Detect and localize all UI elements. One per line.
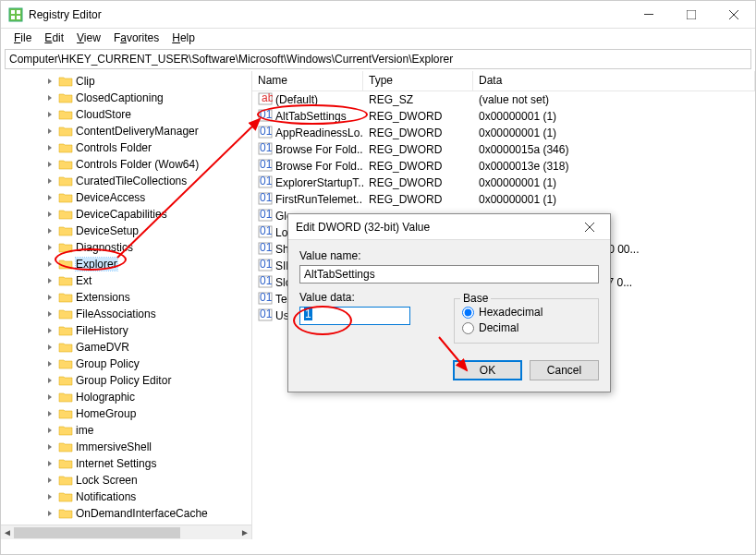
tree-label: Lock Screen: [76, 474, 138, 487]
expand-icon[interactable]: [45, 259, 56, 270]
radio-hexadecimal[interactable]: Hexadecimal: [462, 306, 591, 319]
value-icon: 011: [258, 224, 275, 242]
expand-icon[interactable]: [45, 192, 56, 203]
tree-item[interactable]: FileHistory: [1, 322, 251, 339]
tree-item[interactable]: FileAssociations: [1, 306, 251, 322]
horizontal-scrollbar[interactable]: ◄ ►: [1, 525, 251, 539]
column-data[interactable]: Data: [473, 71, 755, 90]
scroll-left-arrow[interactable]: ◄: [1, 526, 14, 539]
expand-icon[interactable]: [45, 126, 56, 137]
expand-icon[interactable]: [45, 159, 56, 170]
cancel-button[interactable]: Cancel: [530, 360, 599, 380]
expand-icon[interactable]: [45, 375, 56, 386]
tree-item[interactable]: HomeGroup: [1, 405, 251, 422]
tree-item[interactable]: OnDemandInterfaceCache: [1, 505, 251, 522]
dialog-close-button[interactable]: [577, 214, 603, 240]
value-data-input[interactable]: 1: [299, 307, 410, 325]
value-name: Browse For Fold...: [275, 160, 363, 173]
menu-favorites[interactable]: Favorites: [108, 30, 165, 46]
tree-item[interactable]: DeviceAccess: [1, 189, 251, 206]
tree-item[interactable]: CloudStore: [1, 106, 251, 123]
expand-icon[interactable]: [45, 76, 56, 87]
tree-item[interactable]: Notifications: [1, 489, 251, 505]
tree-item[interactable]: GameDVR: [1, 339, 251, 356]
tree-item[interactable]: DeviceCapabilities: [1, 206, 251, 223]
tree-item[interactable]: Controls Folder (Wow64): [1, 156, 251, 173]
menu-file[interactable]: File: [8, 30, 37, 46]
column-type[interactable]: Type: [363, 71, 473, 90]
expand-icon[interactable]: [45, 425, 56, 436]
tree-label: HomeGroup: [76, 407, 136, 420]
tree-item[interactable]: ime: [1, 422, 251, 439]
expand-icon[interactable]: [45, 275, 56, 286]
expand-icon[interactable]: [45, 142, 56, 153]
tree-label: GameDVR: [76, 341, 129, 354]
tree-item[interactable]: Explorer: [1, 256, 251, 272]
expand-icon[interactable]: [45, 358, 56, 369]
value-name: (Default): [275, 93, 318, 106]
value-icon: 011: [258, 158, 275, 175]
tree-item[interactable]: Internet Settings: [1, 455, 251, 472]
tree-item[interactable]: DeviceSetup: [1, 223, 251, 239]
list-row[interactable]: 011AltTabSettingsREG_DWORD0x00000001 (1): [252, 108, 755, 125]
scroll-right-arrow[interactable]: ►: [238, 526, 251, 539]
list-row[interactable]: 011Browse For Fold...REG_DWORD0x0000015a…: [252, 141, 755, 158]
expand-icon[interactable]: [45, 209, 56, 220]
tree-item[interactable]: Ext: [1, 272, 251, 289]
tree-item[interactable]: Clip: [1, 73, 251, 90]
menu-help[interactable]: Help: [166, 30, 201, 46]
radio-dec-input[interactable]: [462, 322, 474, 334]
tree-label: CuratedTileCollections: [76, 175, 187, 187]
expand-icon[interactable]: [45, 508, 56, 519]
tree-item[interactable]: CuratedTileCollections: [1, 173, 251, 189]
expand-icon[interactable]: [45, 175, 56, 187]
expand-icon[interactable]: [45, 441, 56, 452]
expand-icon[interactable]: [45, 392, 56, 403]
list-row[interactable]: 011ExplorerStartupT...REG_DWORD0x0000000…: [252, 175, 755, 191]
tree-item[interactable]: Controls Folder: [1, 139, 251, 156]
tree-item[interactable]: ClosedCaptioning: [1, 90, 251, 106]
expand-icon[interactable]: [45, 342, 56, 353]
maximize-button[interactable]: [670, 1, 713, 29]
list-row[interactable]: 011Browse For Fold...REG_DWORD0x0000013e…: [252, 158, 755, 175]
list-row[interactable]: 011FirstRunTelemet...REG_DWORD0x00000001…: [252, 191, 755, 208]
tree-item[interactable]: Group Policy: [1, 356, 251, 372]
expand-icon[interactable]: [45, 458, 56, 469]
scroll-thumb[interactable]: [14, 527, 180, 538]
tree-item[interactable]: Extensions: [1, 289, 251, 306]
expand-icon[interactable]: [45, 475, 56, 486]
expand-icon[interactable]: [45, 242, 56, 253]
svg-text:011: 011: [260, 224, 273, 237]
expand-icon[interactable]: [45, 325, 56, 336]
list-row[interactable]: 011AppReadinessLo...REG_DWORD0x00000001 …: [252, 125, 755, 141]
list-row[interactable]: ab(Default)REG_SZ(value not set): [252, 91, 755, 108]
expand-icon[interactable]: [45, 292, 56, 303]
ok-button[interactable]: OK: [453, 360, 522, 380]
column-name[interactable]: Name: [252, 71, 363, 90]
radio-decimal[interactable]: Decimal: [462, 321, 591, 334]
expand-icon[interactable]: [45, 225, 56, 236]
value-name: FirstRunTelemet...: [275, 193, 363, 206]
address-bar[interactable]: Computer\HKEY_CURRENT_USER\Software\Micr…: [5, 49, 751, 69]
value-icon: 011: [258, 258, 275, 275]
close-button[interactable]: [713, 1, 755, 29]
radio-hex-input[interactable]: [462, 307, 474, 319]
tree-item[interactable]: Lock Screen: [1, 472, 251, 489]
expand-icon[interactable]: [45, 308, 56, 320]
expand-icon[interactable]: [45, 92, 56, 103]
value-icon: ab: [258, 91, 275, 109]
value-type: REG_SZ: [363, 93, 473, 106]
tree-item[interactable]: ContentDeliveryManager: [1, 123, 251, 139]
tree-item[interactable]: Group Policy Editor: [1, 372, 251, 389]
tree-item[interactable]: Holographic: [1, 389, 251, 405]
tree-item[interactable]: ImmersiveShell: [1, 439, 251, 455]
tree-item[interactable]: Diagnostics: [1, 239, 251, 256]
expand-icon[interactable]: [45, 109, 56, 120]
expand-icon[interactable]: [45, 408, 56, 419]
expand-icon[interactable]: [45, 491, 56, 502]
minimize-button[interactable]: [628, 1, 670, 29]
tree-label: DeviceAccess: [76, 191, 145, 204]
menu-edit[interactable]: Edit: [39, 30, 69, 46]
menu-view[interactable]: View: [71, 30, 106, 46]
value-name-input[interactable]: [299, 265, 599, 284]
